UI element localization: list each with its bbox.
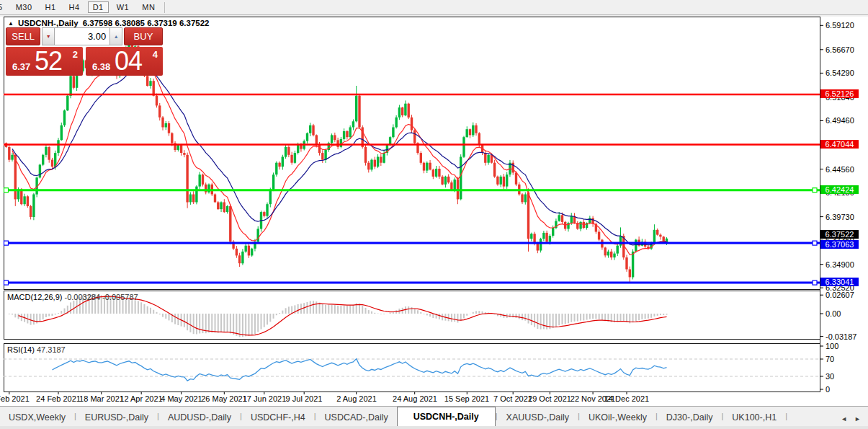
rsi-axis-tick: 100 xyxy=(826,342,838,350)
rsi-value: 47.3187 xyxy=(37,345,66,354)
date-axis-label: 2 Feb 2021 xyxy=(0,394,30,403)
rsi-line xyxy=(53,359,667,381)
chart-tab-uk100-h1[interactable]: UK100-,H1 xyxy=(723,409,785,427)
macd-value: -0.003284 xyxy=(64,293,100,301)
chart-tab-usdchf-h4[interactable]: USDCHF-,H4 xyxy=(242,409,314,427)
macd-signal-value: -0.005787 xyxy=(102,293,138,301)
date-axis-label: 4 May 2021 xyxy=(161,394,202,403)
timeframe-toolbar: 5M30H1H4D1W1MN xyxy=(0,0,868,15)
price-badge: 6.42424 xyxy=(820,185,859,194)
rsi-axis-tick: 30 xyxy=(826,372,834,381)
macd-label: MACD(12,26,9) -0.003284 -0.005787 xyxy=(7,293,138,301)
volume-decrease-button[interactable]: ▼ xyxy=(42,27,55,45)
chart-tab-audusd-daily[interactable]: AUDUSD-,Daily xyxy=(159,409,240,427)
date-axis-label: 9 Jul 2021 xyxy=(286,394,323,403)
timeframe-button-D1[interactable]: D1 xyxy=(88,1,109,13)
status-strip xyxy=(0,426,868,429)
date-axis-label: 15 Sep 2021 xyxy=(444,394,489,403)
sell-button[interactable]: SELL xyxy=(6,27,40,45)
timeframe-button-M30[interactable]: M30 xyxy=(11,1,37,13)
hline-handle[interactable] xyxy=(4,241,9,245)
date-axis-label: 7 Oct 2021 xyxy=(493,394,532,403)
hline-handle[interactable] xyxy=(813,241,817,245)
mt4-chart-window: { "toolbar": {"timeframes": ["5", "M30",… xyxy=(0,0,868,429)
hline-handle[interactable] xyxy=(4,188,9,193)
date-axis-label: 18 Mar 2021 xyxy=(79,394,124,403)
timeframe-button-W1[interactable]: W1 xyxy=(112,1,135,13)
tab-separator: | xyxy=(785,412,787,423)
timeframe-button-5[interactable]: 5 xyxy=(0,1,8,13)
buy-button[interactable]: BUY xyxy=(124,27,163,45)
chart-tab-usdcnh-daily[interactable]: USDCNH-,Daily xyxy=(397,407,496,427)
macd-axis-tick: 0.02607 xyxy=(826,291,854,299)
sell-price-point: 2 xyxy=(73,49,78,60)
date-axis-label: 17 Jun 2021 xyxy=(243,394,287,403)
timeframe-button-H1[interactable]: H1 xyxy=(40,1,61,13)
buy-price-tile[interactable]: 6.38 04 4 xyxy=(86,47,163,76)
chart-tab-ukoil-weekly[interactable]: UKOil-,Weekly xyxy=(580,409,656,427)
chart-tab-usdcad-daily[interactable]: USDCAD-,Daily xyxy=(316,409,397,427)
price-axis-tick: 6.39730 xyxy=(826,213,854,221)
toolbar-separator xyxy=(164,2,165,13)
rsi-axis-tick: 70 xyxy=(826,355,834,363)
date-axis-label: 2 Aug 2021 xyxy=(336,394,377,403)
chart-header: ▲ USDCNH-,Daily 6.37598 6.38085 6.37319 … xyxy=(8,19,210,27)
buy-price-point: 4 xyxy=(153,49,158,60)
chart-tab-eurusd-daily[interactable]: EURUSD-,Daily xyxy=(76,409,157,427)
price-badge: 6.37063 xyxy=(820,240,859,249)
price-axis-tick: 6.59120 xyxy=(826,21,854,30)
hline-handle[interactable] xyxy=(813,188,817,193)
tab-scroll-right-icon[interactable]: ► xyxy=(854,415,861,423)
chart-ohlc-values: 6.37598 6.38085 6.37319 6.37522 xyxy=(83,19,210,27)
price-axis-tick: 6.54290 xyxy=(826,68,854,77)
buy-price-prefix: 6.38 xyxy=(92,61,110,72)
timeframe-button-MN[interactable]: MN xyxy=(137,1,160,13)
hline-handle[interactable] xyxy=(813,280,817,285)
price-badge: 6.52126 xyxy=(820,89,859,98)
price-axis-tick: 6.56670 xyxy=(826,45,854,54)
price-badge: 6.47044 xyxy=(820,140,859,149)
date-axis-label: 29 Oct 2021 xyxy=(528,394,571,403)
date-axis-label: 26 May 2021 xyxy=(201,394,247,403)
date-axis-label: 24 Feb 2021 xyxy=(36,394,81,403)
price-axis-tick: 6.34900 xyxy=(826,260,854,269)
price-badge: 6.33041 xyxy=(820,278,859,286)
tab-scroll-left-icon[interactable]: ◄ xyxy=(841,415,847,423)
chart-tab-bar: USDX,Weekly|EURUSD-,Daily|AUDUSD-,Daily|… xyxy=(0,406,868,427)
sell-price-pips: 52 xyxy=(35,46,62,76)
one-click-trade-panel: SELL ▼ ▲ BUY 6.37 52 2 6.38 04 4 xyxy=(6,27,163,76)
date-axis-label: 24 Aug 2021 xyxy=(393,394,437,403)
macd-axis-tick: -0.03187 xyxy=(826,332,856,341)
volume-increase-button[interactable]: ▲ xyxy=(109,27,122,45)
rsi-axis-tick: 0 xyxy=(826,385,830,394)
price-axis-tick: 6.44560 xyxy=(826,165,854,174)
volume-input[interactable] xyxy=(55,27,109,45)
chart-tab-xauusd-daily[interactable]: XAUUSD-,Daily xyxy=(498,409,578,427)
macd-signal-line xyxy=(19,296,667,335)
timeframe-button-H4[interactable]: H4 xyxy=(64,1,85,13)
chart-tab-dj30-daily[interactable]: DJ30-,Daily xyxy=(658,409,722,427)
price-axis-tick: 6.49460 xyxy=(826,116,854,125)
macd-axis-tick: 0.00 xyxy=(826,309,841,318)
sell-price-prefix: 6.37 xyxy=(12,61,30,72)
date-axis-label: 14 Dec 2021 xyxy=(604,394,649,403)
chart-tab-usdx-weekly[interactable]: USDX,Weekly xyxy=(0,409,74,427)
rsi-label: RSI(14) 47.3187 xyxy=(7,345,66,354)
date-axis-label: 12 Apr 2021 xyxy=(120,394,162,403)
price-badge: 6.37522 xyxy=(820,230,859,239)
buy-price-pips: 04 xyxy=(115,46,142,76)
hline-handle[interactable] xyxy=(4,280,9,285)
sell-price-tile[interactable]: 6.37 52 2 xyxy=(6,47,83,76)
chart-title: USDCNH-,Daily xyxy=(18,19,79,27)
collapse-arrow-icon[interactable]: ▲ xyxy=(8,20,14,27)
